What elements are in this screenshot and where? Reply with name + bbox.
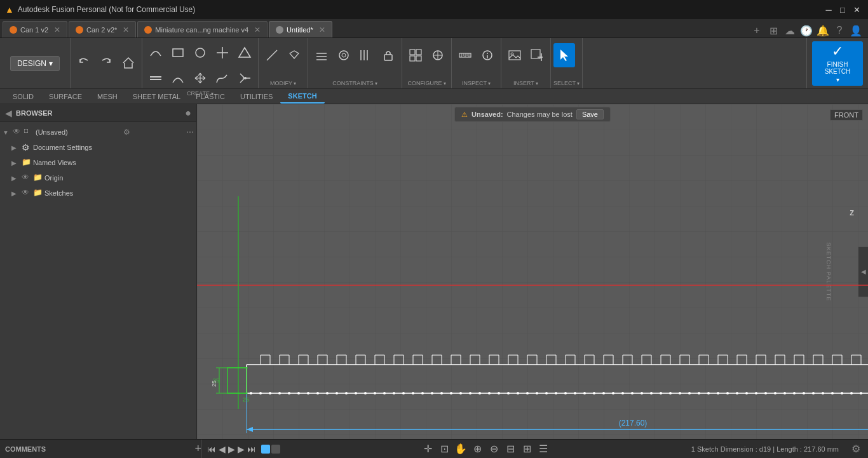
configure-label: CONFIGURE ▾ xyxy=(405,80,449,88)
canvas-zoom-in-tool[interactable]: ⊕ xyxy=(470,442,484,456)
arc3pt-tool[interactable] xyxy=(167,66,189,90)
triangle-tool[interactable] xyxy=(234,41,255,65)
home-button[interactable] xyxy=(118,51,139,75)
tab-close-untitled[interactable]: ✕ xyxy=(319,25,325,34)
measure-tool[interactable] xyxy=(454,43,476,67)
tab-close-can2v2[interactable]: ✕ xyxy=(123,25,129,34)
tree-item-doc-settings[interactable]: ▶ ⚙ Document Settings xyxy=(0,140,196,155)
horizontal-constraint[interactable] xyxy=(311,43,332,67)
playback-prev-button[interactable]: ◀ xyxy=(219,444,226,454)
configure-snap-tool[interactable] xyxy=(427,43,449,67)
ws-tab-sketch[interactable]: SKETCH xyxy=(280,89,324,104)
undo-section-label xyxy=(73,85,139,87)
tab-overflow-button[interactable]: ⊞ xyxy=(766,24,780,37)
bottom-tools: ✛ ⊡ ✋ ⊕ ⊖ ⊟ ⊞ ☰ xyxy=(421,442,550,456)
unsaved-opts-icon[interactable]: ⋯ xyxy=(186,128,194,137)
expand-unsaved-icon[interactable]: ▼ xyxy=(3,129,11,136)
tree-item-unsaved[interactable]: ▼ 👁 □ (Unsaved) ⚙ ⋯ xyxy=(0,125,196,140)
tab-miniature[interactable]: Miniature can...ng machine v4 ✕ xyxy=(137,21,268,37)
canvas-display-tool[interactable]: ⊟ xyxy=(503,442,517,456)
expand-sketches-icon[interactable]: ▶ xyxy=(11,190,20,197)
titlebar-left: ▲ Autodesk Fusion Personal (Not for Comm… xyxy=(5,4,195,15)
canvas-area[interactable]: ⚠ Unsaved: Changes may be lost Save FRON… xyxy=(197,104,868,439)
svg-point-201 xyxy=(555,392,557,394)
unsaved-settings-icon[interactable]: ⚙ xyxy=(123,128,130,137)
ws-tab-sheetmetal[interactable]: SHEET METAL xyxy=(125,89,188,104)
timeline-dot-1[interactable] xyxy=(271,445,280,454)
arc-tool[interactable] xyxy=(145,41,166,65)
canvas-move-tool[interactable]: ✛ xyxy=(421,442,435,456)
ws-tab-surface[interactable]: SURFACE xyxy=(41,89,90,104)
vertical-constraint[interactable] xyxy=(355,43,377,67)
add-comment-button[interactable]: + xyxy=(194,442,201,455)
expand-views-icon[interactable]: ▶ xyxy=(11,159,20,166)
playback-play-button[interactable]: ▶ xyxy=(228,444,235,454)
trim-tool[interactable] xyxy=(234,66,255,90)
point-tool[interactable] xyxy=(212,41,233,65)
tab-can2v2[interactable]: Can 2 v2* ✕ xyxy=(69,21,136,37)
circle-constraint[interactable] xyxy=(333,43,355,67)
undo-button[interactable] xyxy=(73,51,95,75)
spline-tool[interactable] xyxy=(212,66,233,90)
canvas-fit-tool[interactable]: ⊡ xyxy=(437,442,451,456)
ws-tab-utilities[interactable]: UTILITIES xyxy=(233,89,280,104)
titlebar-controls[interactable]: ─ □ ✕ xyxy=(822,3,863,16)
tab-help-button[interactable]: ? xyxy=(832,24,846,37)
expand-origin-icon[interactable]: ▶ xyxy=(11,175,20,182)
tab-profile-button[interactable]: 👤 xyxy=(849,24,863,37)
timeline-dot-active[interactable] xyxy=(261,445,270,454)
tab-close-can1v2[interactable]: ✕ xyxy=(54,25,60,34)
sidebar-back-button[interactable]: ◀ xyxy=(5,108,12,118)
expand-doc-icon[interactable]: ▶ xyxy=(11,144,20,151)
playback-first-button[interactable]: ⏮ xyxy=(207,444,216,454)
insert-image-tool[interactable] xyxy=(504,43,526,67)
design-button[interactable]: DESIGN ▾ xyxy=(10,56,60,71)
tree-item-named-views[interactable]: ▶ 📁 Named Views xyxy=(0,155,196,170)
ws-tab-mesh[interactable]: MESH xyxy=(90,89,125,104)
tab-close-miniature[interactable]: ✕ xyxy=(254,25,261,34)
save-button[interactable]: Save xyxy=(576,109,604,119)
dimension-tool[interactable] xyxy=(283,43,305,67)
playback-last-button[interactable]: ⏭ xyxy=(247,444,256,454)
svg-text:(217.60): (217.60) xyxy=(619,419,648,428)
finish-sketch-button[interactable]: ✓ FINISH SKETCH ▾ xyxy=(812,41,863,86)
configure-grid-tool[interactable] xyxy=(405,43,426,67)
tab-clock-button[interactable]: 🕐 xyxy=(799,24,813,37)
select-tool[interactable] xyxy=(553,43,575,67)
lock-constraint[interactable] xyxy=(377,43,399,67)
canvas-pan-tool[interactable]: ✋ xyxy=(454,442,468,456)
playback-next-button[interactable]: ▶ xyxy=(238,444,245,454)
line-mod-tool[interactable] xyxy=(261,43,283,67)
circle-tool[interactable] xyxy=(189,41,211,65)
canvas-menu-tool[interactable]: ☰ xyxy=(536,442,550,456)
ws-tab-solid[interactable]: SOLID xyxy=(5,89,41,104)
line-section-tool[interactable] xyxy=(145,66,166,90)
svg-rect-20 xyxy=(384,55,392,60)
tree-item-sketches[interactable]: ▶ 👁 📁 Sketches xyxy=(0,185,196,201)
view-label[interactable]: FRONT xyxy=(830,109,863,121)
rectangle-tool[interactable] xyxy=(167,41,189,65)
sidebar-collapse-button[interactable]: ● xyxy=(185,107,191,119)
settings-gear-button[interactable]: ⚙ xyxy=(849,442,863,456)
tab-untitled[interactable]: Untitled* ✕ xyxy=(269,21,332,37)
maximize-button[interactable]: □ xyxy=(836,3,849,16)
close-button[interactable]: ✕ xyxy=(850,3,863,16)
canvas-zoom-out-tool[interactable]: ⊖ xyxy=(487,442,501,456)
vis-unsaved-icon[interactable]: 👁 xyxy=(13,127,23,137)
vis-sketches-icon[interactable]: 👁 xyxy=(22,188,32,198)
insert-canvas-tool[interactable] xyxy=(526,43,548,67)
inspect-tool[interactable] xyxy=(477,43,498,67)
tab-can1v2[interactable]: Can 1 v2 ✕ xyxy=(3,21,67,37)
redo-button[interactable] xyxy=(95,51,117,75)
vis-origin-icon[interactable]: 👁 xyxy=(22,173,32,183)
ws-tab-plastic[interactable]: PLASTIC xyxy=(188,89,233,104)
move-tool[interactable] xyxy=(189,66,211,90)
new-tab-button[interactable]: + xyxy=(750,24,764,37)
tab-cloud-button[interactable]: ☁ xyxy=(783,24,797,37)
minimize-button[interactable]: ─ xyxy=(822,3,835,16)
canvas-grid-tool[interactable]: ⊞ xyxy=(520,442,534,456)
svg-line-11 xyxy=(267,50,277,60)
tab-bell-button[interactable]: 🔔 xyxy=(816,24,830,37)
tree-item-origin[interactable]: ▶ 👁 📁 Origin xyxy=(0,170,196,185)
sketch-palette-toggle[interactable]: ◀ xyxy=(858,246,868,297)
